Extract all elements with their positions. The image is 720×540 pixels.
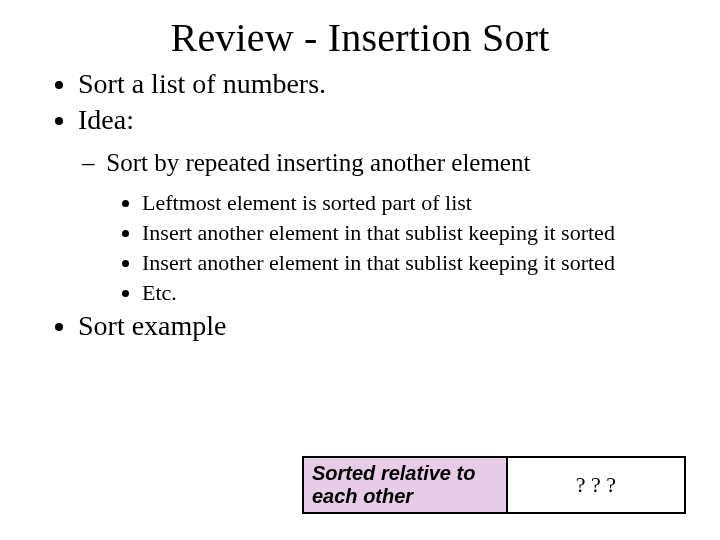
detail-list: Leftmost element is sorted part of list … bbox=[142, 189, 674, 308]
bullet-sort-numbers: Sort a list of numbers. bbox=[78, 67, 684, 101]
detail-insert-2: Insert another element in that sublist k… bbox=[142, 249, 662, 277]
diagram-unsorted-cell: ? ? ? bbox=[508, 456, 686, 514]
slide-title: Review - Insertion Sort bbox=[0, 14, 720, 61]
sub-bullet-repeat: Sort by repeated inserting another eleme… bbox=[100, 147, 674, 307]
detail-etc: Etc. bbox=[142, 279, 662, 307]
bullet-sort-example: Sort example bbox=[78, 309, 684, 343]
diagram-sorted-cell: Sorted relative to each other bbox=[302, 456, 508, 514]
bullet-idea: Idea: Sort by repeated inserting another… bbox=[78, 103, 684, 307]
slide: Review - Insertion Sort Sort a list of n… bbox=[0, 14, 720, 540]
bullet-idea-label: Idea: bbox=[78, 104, 134, 135]
example-diagram: Sorted relative to each other? ? ? bbox=[302, 456, 686, 514]
sub-list: Sort by repeated inserting another eleme… bbox=[100, 147, 684, 307]
detail-insert-1: Insert another element in that sublist k… bbox=[142, 219, 662, 247]
bullet-list: Sort a list of numbers. Idea: Sort by re… bbox=[58, 67, 720, 343]
sub-bullet-label: Sort by repeated inserting another eleme… bbox=[106, 149, 530, 176]
detail-leftmost: Leftmost element is sorted part of list bbox=[142, 189, 662, 217]
